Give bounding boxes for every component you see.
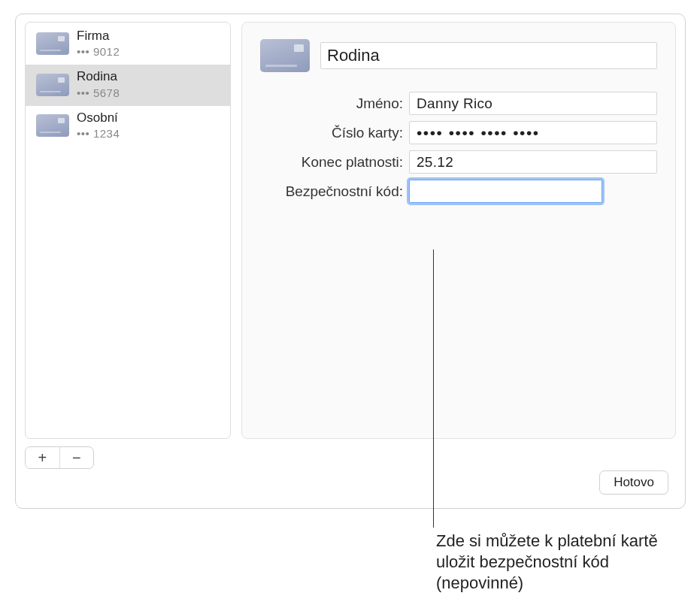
card-text: Firma ••• 9012	[77, 29, 120, 59]
card-name-label: Firma	[77, 29, 120, 44]
label-expiry: Konec platnosti:	[260, 154, 403, 171]
security-code-field[interactable]	[409, 180, 602, 203]
row-name: Jméno:	[260, 92, 657, 115]
label-name: Jméno:	[260, 95, 403, 112]
card-item-osobni[interactable]: Osobní ••• 1234	[26, 106, 230, 147]
title-row	[260, 39, 657, 72]
card-icon	[36, 32, 69, 55]
card-icon	[36, 74, 69, 96]
callout-line	[433, 250, 434, 528]
row-card-number: Číslo karty:	[260, 121, 657, 144]
card-number-field[interactable]	[409, 121, 657, 144]
card-name-label: Osobní	[77, 110, 120, 126]
label-card-number: Číslo karty:	[260, 125, 403, 141]
card-text: Rodina ••• 5678	[77, 69, 120, 99]
card-text: Osobní ••• 1234	[77, 110, 120, 141]
content-area: Firma ••• 9012 Rodina ••• 5678 Osobní ••…	[25, 22, 676, 439]
callout-text: Zde si můžete k platební kartě uložit be…	[436, 531, 677, 594]
remove-button[interactable]: −	[60, 447, 94, 468]
row-security-code: Bezpečnostní kód: 123	[260, 180, 657, 203]
cards-list[interactable]: Firma ••• 9012 Rodina ••• 5678 Osobní ••…	[25, 22, 231, 439]
row-expiry: Konec platnosti:	[260, 150, 657, 174]
credit-card-icon	[260, 39, 310, 72]
name-field[interactable]	[409, 92, 657, 115]
card-suffix-label: ••• 5678	[77, 86, 120, 100]
done-button[interactable]: Hotovo	[599, 470, 668, 495]
expiry-field[interactable]	[409, 150, 657, 174]
card-item-rodina[interactable]: Rodina ••• 5678	[26, 65, 230, 105]
card-name-label: Rodina	[77, 69, 120, 84]
card-suffix-label: ••• 1234	[77, 127, 120, 141]
add-button[interactable]: +	[26, 447, 59, 468]
add-remove-control: + −	[25, 446, 94, 469]
card-detail-panel: Jméno: Číslo karty: Konec platnosti: Bez…	[241, 22, 676, 439]
card-title-input[interactable]	[320, 42, 657, 69]
credit-cards-window: Firma ••• 9012 Rodina ••• 5678 Osobní ••…	[15, 14, 686, 509]
card-icon	[36, 114, 69, 137]
label-security-code: Bezpečnostní kód:	[260, 183, 403, 200]
card-item-firma[interactable]: Firma ••• 9012	[26, 24, 230, 65]
card-suffix-label: ••• 9012	[77, 45, 120, 59]
